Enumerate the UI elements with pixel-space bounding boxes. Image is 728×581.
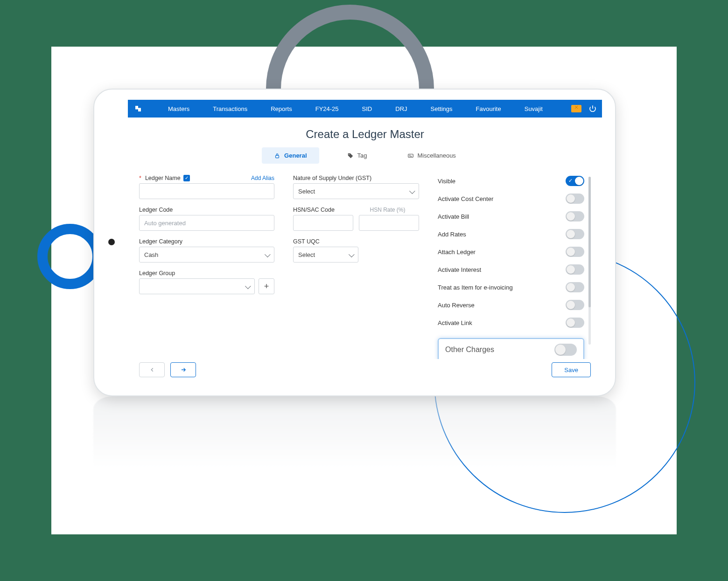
- form-col-left: * Ledger Name Add Alias Ledger Code Auto…: [139, 175, 274, 359]
- other-charges-toggle[interactable]: [554, 344, 577, 356]
- tab-general-label: General: [284, 152, 307, 159]
- nav-fy[interactable]: FY24-25: [305, 105, 349, 112]
- hsn-rate-label: HSN Rate (%): [356, 207, 419, 213]
- form-col-right: Visible✓Activate Cost CenterActivate Bil…: [438, 175, 591, 359]
- tab-tag[interactable]: Tag: [335, 147, 379, 164]
- toggle-row-activate-cost-center: Activate Cost Center: [438, 194, 584, 204]
- toggle-switch[interactable]: [566, 264, 584, 275]
- nav-settings[interactable]: Settings: [420, 105, 463, 112]
- nature-supply-label: Nature of Supply Under (GST): [293, 175, 371, 181]
- form-area: * Ledger Name Add Alias Ledger Code Auto…: [128, 175, 602, 359]
- form-col-middle: Nature of Supply Under (GST) Select HSN/…: [293, 175, 419, 359]
- toggle-label: Activate Bill: [438, 213, 469, 220]
- toggle-row-activate-bill: Activate Bill: [438, 211, 584, 221]
- toggle-label: Auto Reverse: [438, 302, 475, 309]
- ledger-category-select[interactable]: Cash: [139, 247, 274, 263]
- hsn-label: HSN/SAC Code: [293, 207, 356, 213]
- ledger-group-label: Ledger Group: [139, 270, 175, 277]
- page-title: Create a Ledger Master: [128, 118, 602, 147]
- toggle-row-treat-as-item-for-e-invoicing: Treat as Item for e-invoicing: [438, 282, 584, 292]
- arrow-right-icon: [180, 367, 187, 373]
- add-alias-link[interactable]: Add Alias: [251, 175, 274, 181]
- nav-user[interactable]: Suvajit: [514, 105, 553, 112]
- gst-uqc-label: GST UQC: [293, 238, 320, 245]
- svg-rect-2: [408, 154, 413, 157]
- tablet-reflection: [93, 396, 616, 468]
- toggle-label: Add Rates: [438, 231, 466, 238]
- footer: Save: [128, 359, 602, 385]
- decorative-ring-blue-small: [37, 224, 103, 289]
- card-icon: [407, 152, 414, 159]
- required-asterisk: *: [139, 175, 141, 181]
- ledger-name-input[interactable]: [139, 183, 274, 199]
- ledger-group-select[interactable]: [139, 278, 255, 294]
- tablet-frame: Masters Transactions Reports FY24-25 SID…: [93, 89, 616, 396]
- save-button[interactable]: Save: [552, 362, 591, 377]
- nav-favourite[interactable]: Favourite: [466, 105, 511, 112]
- toggle-row-add-rates: Add Rates: [438, 229, 584, 239]
- other-charges-row: Other Charges: [438, 338, 584, 359]
- tablet-camera: [108, 239, 115, 245]
- app-screen: Masters Transactions Reports FY24-25 SID…: [128, 100, 602, 385]
- svg-rect-0: [276, 155, 279, 158]
- tab-bar: General Tag Miscellaneous: [128, 147, 602, 164]
- next-page-button[interactable]: [170, 362, 196, 377]
- toggle-switch[interactable]: ✓: [566, 176, 584, 186]
- svg-point-1: [349, 154, 350, 155]
- toggle-label: Treat as Item for e-invoicing: [438, 284, 513, 291]
- tab-general[interactable]: General: [262, 147, 319, 164]
- nature-supply-select[interactable]: Select: [293, 183, 419, 199]
- toggle-switch[interactable]: [566, 282, 584, 292]
- toggle-label: Attach Ledger: [438, 249, 476, 256]
- toggle-switch[interactable]: [566, 229, 584, 239]
- ledger-category-label: Ledger Category: [139, 238, 182, 245]
- tab-misc-label: Miscellaneous: [418, 152, 456, 159]
- toggle-switch[interactable]: [566, 300, 584, 310]
- ledger-code-label: Ledger Code: [139, 207, 173, 213]
- toggle-label: Visible: [438, 178, 455, 185]
- nav-transactions[interactable]: Transactions: [203, 105, 258, 112]
- tab-misc[interactable]: Miscellaneous: [395, 147, 468, 164]
- toggle-row-attach-ledger: Attach Ledger: [438, 247, 584, 257]
- nav-masters[interactable]: Masters: [158, 105, 200, 112]
- ledger-group-add-button[interactable]: +: [259, 278, 274, 294]
- gst-uqc-select[interactable]: Select: [293, 247, 358, 263]
- toggle-list: Visible✓Activate Cost CenterActivate Bil…: [438, 175, 584, 328]
- toggle-row-activate-interest: Activate Interest: [438, 264, 584, 275]
- toggle-label: Activate Interest: [438, 266, 481, 273]
- hsn-code-input[interactable]: [293, 215, 353, 231]
- lock-icon: [274, 152, 280, 159]
- top-nav: Masters Transactions Reports FY24-25 SID…: [128, 100, 602, 118]
- power-icon[interactable]: [588, 104, 597, 113]
- scrollbar-thumb[interactable]: [588, 177, 591, 307]
- toggle-label: Activate Link: [438, 319, 472, 326]
- ledger-name-checkbox[interactable]: [183, 175, 190, 181]
- ledger-name-label-row: * Ledger Name Add Alias: [139, 175, 274, 181]
- app-logo-icon[interactable]: [133, 103, 144, 114]
- ledger-name-label: Ledger Name: [145, 175, 181, 181]
- toggle-switch[interactable]: [566, 194, 584, 204]
- other-charges-label: Other Charges: [445, 346, 494, 354]
- nav-reports[interactable]: Reports: [260, 105, 302, 112]
- tag-icon: [347, 152, 354, 159]
- nav-drj[interactable]: DRJ: [385, 105, 417, 112]
- toggle-switch[interactable]: [566, 318, 584, 328]
- toggle-label: Activate Cost Center: [438, 195, 493, 202]
- arrow-left-icon: [149, 367, 155, 373]
- mail-icon[interactable]: [571, 105, 581, 112]
- tab-tag-label: Tag: [357, 152, 367, 159]
- toggle-row-visible: Visible✓: [438, 176, 584, 186]
- nav-sid[interactable]: SID: [352, 105, 383, 112]
- prev-page-button[interactable]: [139, 362, 165, 377]
- toggle-switch[interactable]: [566, 211, 584, 221]
- toggle-row-activate-link: Activate Link: [438, 318, 584, 328]
- ledger-code-input[interactable]: Auto generated: [139, 215, 274, 231]
- toggle-switch[interactable]: [566, 247, 584, 257]
- toggle-row-auto-reverse: Auto Reverse: [438, 300, 584, 310]
- hsn-rate-input[interactable]: [359, 215, 419, 231]
